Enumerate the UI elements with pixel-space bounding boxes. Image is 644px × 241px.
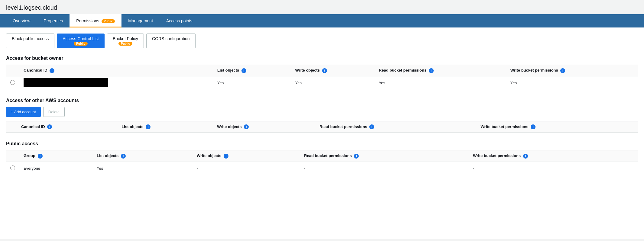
pub-col-select <box>6 150 19 162</box>
sub-tabs: Block public access Access Control List … <box>6 34 638 48</box>
col-read-bucket-perms: Read bucket permissions i <box>375 65 506 76</box>
group-info-icon[interactable]: i <box>38 154 43 159</box>
pub-write-objects-info-icon[interactable]: i <box>224 154 228 159</box>
row-radio-cell <box>6 76 19 89</box>
acl-badge: Public <box>74 42 88 46</box>
canonical-id-info-icon[interactable]: i <box>50 68 54 73</box>
read-bucket-perms-info-icon[interactable]: i <box>429 68 434 73</box>
write-bucket-perms-cell: Yes <box>506 76 638 89</box>
pub-list-objects-info-icon[interactable]: i <box>121 154 126 159</box>
other-col-write-objects: Write objects i <box>213 121 315 133</box>
pub-read-bucket-perms-cell: - <box>300 162 469 175</box>
sub-tab-acl[interactable]: Access Control List Public <box>57 34 105 48</box>
pub-read-bucket-perms-info-icon[interactable]: i <box>354 154 359 159</box>
pub-radio-cell <box>6 162 19 175</box>
permissions-badge: Public <box>102 19 115 23</box>
page-title: level1.logsec.cloud <box>0 0 644 14</box>
other-accounts-heading: Access for other AWS accounts <box>6 98 638 103</box>
pub-write-bucket-perms-info-icon[interactable]: i <box>523 154 528 159</box>
public-access-row: Everyone Yes - - - <box>6 162 638 175</box>
col-list-objects: List objects i <box>213 65 291 76</box>
read-bucket-perms-cell: Yes <box>375 76 506 89</box>
table-row: Yes Yes Yes Yes <box>6 76 638 89</box>
bucket-owner-heading: Access for bucket owner <box>6 56 638 61</box>
other-read-bucket-perms-info-icon[interactable]: i <box>369 124 374 129</box>
write-objects-info-icon[interactable]: i <box>322 68 327 73</box>
other-canonical-id-info-icon[interactable]: i <box>47 124 52 129</box>
tab-properties[interactable]: Properties <box>37 14 70 27</box>
bucket-owner-table: Canonical ID i List objects i Write obje… <box>6 65 638 89</box>
redacted-canonical-id <box>24 78 108 87</box>
pub-write-bucket-perms-cell: - <box>469 162 638 175</box>
col-write-objects: Write objects i <box>291 65 375 76</box>
pub-col-group: Group i <box>19 150 92 162</box>
other-col-list-objects: List objects i <box>117 121 213 133</box>
sub-tab-block-public-access[interactable]: Block public access <box>6 34 54 48</box>
pub-col-write-bucket-perms: Write bucket permissions i <box>469 150 638 162</box>
other-col-canonical-id: Canonical ID i <box>17 121 117 133</box>
other-col-select <box>6 121 17 133</box>
canonical-id-cell <box>19 76 213 89</box>
list-objects-cell: Yes <box>213 76 291 89</box>
tab-management[interactable]: Management <box>121 14 160 27</box>
other-accounts-actions: + Add account Delete <box>6 107 638 117</box>
other-accounts-table: Canonical ID i List objects i Write obje… <box>6 121 638 133</box>
group-cell: Everyone <box>19 162 92 175</box>
col-canonical-id: Canonical ID i <box>19 65 213 76</box>
bucket-policy-badge: Public <box>118 42 132 46</box>
pub-col-write-objects: Write objects i <box>193 150 300 162</box>
other-col-read-bucket-perms: Read bucket permissions i <box>315 121 476 133</box>
other-col-write-bucket-perms: Write bucket permissions i <box>477 121 638 133</box>
delete-button[interactable]: Delete <box>43 107 65 117</box>
pub-col-list-objects: List objects i <box>92 150 193 162</box>
pub-list-objects-cell: Yes <box>92 162 193 175</box>
pub-col-read-bucket-perms: Read bucket permissions i <box>300 150 469 162</box>
other-list-objects-info-icon[interactable]: i <box>146 124 150 129</box>
col-write-bucket-perms: Write bucket permissions i <box>506 65 638 76</box>
other-write-bucket-perms-info-icon[interactable]: i <box>531 124 536 129</box>
write-objects-cell: Yes <box>291 76 375 89</box>
write-bucket-perms-info-icon[interactable]: i <box>560 68 565 73</box>
tabs-bar: Overview Properties Permissions Public M… <box>0 14 644 27</box>
other-write-objects-info-icon[interactable]: i <box>244 124 249 129</box>
pub-write-objects-cell: - <box>193 162 300 175</box>
bucket-owner-radio[interactable] <box>10 80 15 85</box>
sub-tab-bucket-policy[interactable]: Bucket Policy Public <box>107 34 144 48</box>
public-access-table: Group i List objects i Write objects i R… <box>6 150 638 175</box>
tab-access-points[interactable]: Access points <box>160 14 199 27</box>
add-account-button[interactable]: + Add account <box>6 107 41 117</box>
public-access-radio[interactable] <box>10 165 15 170</box>
col-select <box>6 65 19 76</box>
list-objects-info-icon[interactable]: i <box>241 68 246 73</box>
tab-overview[interactable]: Overview <box>6 14 37 27</box>
sub-tab-cors[interactable]: CORS configuration <box>146 34 196 48</box>
main-content: Block public access Access Control List … <box>0 27 644 239</box>
tab-permissions[interactable]: Permissions Public <box>70 14 121 27</box>
public-access-heading: Public access <box>6 141 638 146</box>
